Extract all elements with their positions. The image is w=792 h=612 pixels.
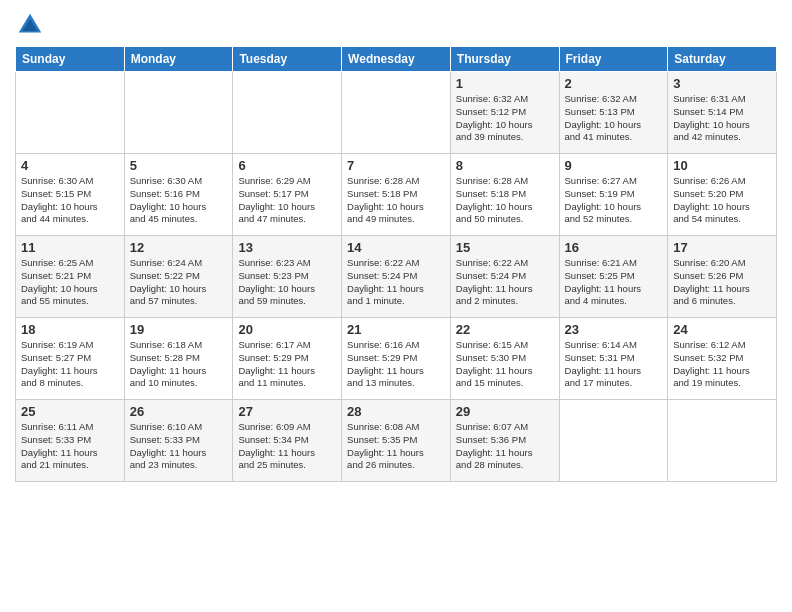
- day-info: Sunrise: 6:28 AM Sunset: 5:18 PM Dayligh…: [456, 175, 554, 226]
- calendar-cell: 13Sunrise: 6:23 AM Sunset: 5:23 PM Dayli…: [233, 236, 342, 318]
- day-info: Sunrise: 6:22 AM Sunset: 5:24 PM Dayligh…: [347, 257, 445, 308]
- day-info: Sunrise: 6:17 AM Sunset: 5:29 PM Dayligh…: [238, 339, 336, 390]
- calendar-cell: 17Sunrise: 6:20 AM Sunset: 5:26 PM Dayli…: [668, 236, 777, 318]
- calendar-cell: 14Sunrise: 6:22 AM Sunset: 5:24 PM Dayli…: [342, 236, 451, 318]
- day-number: 25: [21, 404, 119, 419]
- day-number: 2: [565, 76, 663, 91]
- day-number: 13: [238, 240, 336, 255]
- day-info: Sunrise: 6:18 AM Sunset: 5:28 PM Dayligh…: [130, 339, 228, 390]
- logo: [15, 10, 49, 40]
- col-header-wednesday: Wednesday: [342, 47, 451, 72]
- day-number: 5: [130, 158, 228, 173]
- day-number: 11: [21, 240, 119, 255]
- calendar-cell: 7Sunrise: 6:28 AM Sunset: 5:18 PM Daylig…: [342, 154, 451, 236]
- calendar-cell: 16Sunrise: 6:21 AM Sunset: 5:25 PM Dayli…: [559, 236, 668, 318]
- calendar-cell: 10Sunrise: 6:26 AM Sunset: 5:20 PM Dayli…: [668, 154, 777, 236]
- calendar-cell: 19Sunrise: 6:18 AM Sunset: 5:28 PM Dayli…: [124, 318, 233, 400]
- calendar-cell: [233, 72, 342, 154]
- day-number: 16: [565, 240, 663, 255]
- day-info: Sunrise: 6:24 AM Sunset: 5:22 PM Dayligh…: [130, 257, 228, 308]
- day-info: Sunrise: 6:32 AM Sunset: 5:13 PM Dayligh…: [565, 93, 663, 144]
- calendar-cell: 6Sunrise: 6:29 AM Sunset: 5:17 PM Daylig…: [233, 154, 342, 236]
- day-info: Sunrise: 6:31 AM Sunset: 5:14 PM Dayligh…: [673, 93, 771, 144]
- day-info: Sunrise: 6:25 AM Sunset: 5:21 PM Dayligh…: [21, 257, 119, 308]
- calendar-body: 1Sunrise: 6:32 AM Sunset: 5:12 PM Daylig…: [16, 72, 777, 482]
- calendar-cell: [124, 72, 233, 154]
- calendar-cell: 24Sunrise: 6:12 AM Sunset: 5:32 PM Dayli…: [668, 318, 777, 400]
- day-number: 22: [456, 322, 554, 337]
- day-info: Sunrise: 6:21 AM Sunset: 5:25 PM Dayligh…: [565, 257, 663, 308]
- calendar-page: SundayMondayTuesdayWednesdayThursdayFrid…: [0, 0, 792, 612]
- day-number: 29: [456, 404, 554, 419]
- day-number: 1: [456, 76, 554, 91]
- calendar-cell: [16, 72, 125, 154]
- day-info: Sunrise: 6:20 AM Sunset: 5:26 PM Dayligh…: [673, 257, 771, 308]
- calendar-cell: 9Sunrise: 6:27 AM Sunset: 5:19 PM Daylig…: [559, 154, 668, 236]
- calendar-week-3: 18Sunrise: 6:19 AM Sunset: 5:27 PM Dayli…: [16, 318, 777, 400]
- calendar-cell: 12Sunrise: 6:24 AM Sunset: 5:22 PM Dayli…: [124, 236, 233, 318]
- calendar-cell: 11Sunrise: 6:25 AM Sunset: 5:21 PM Dayli…: [16, 236, 125, 318]
- day-number: 8: [456, 158, 554, 173]
- calendar-cell: 20Sunrise: 6:17 AM Sunset: 5:29 PM Dayli…: [233, 318, 342, 400]
- calendar-table: SundayMondayTuesdayWednesdayThursdayFrid…: [15, 46, 777, 482]
- day-info: Sunrise: 6:11 AM Sunset: 5:33 PM Dayligh…: [21, 421, 119, 472]
- day-info: Sunrise: 6:32 AM Sunset: 5:12 PM Dayligh…: [456, 93, 554, 144]
- calendar-cell: 3Sunrise: 6:31 AM Sunset: 5:14 PM Daylig…: [668, 72, 777, 154]
- day-info: Sunrise: 6:27 AM Sunset: 5:19 PM Dayligh…: [565, 175, 663, 226]
- day-info: Sunrise: 6:10 AM Sunset: 5:33 PM Dayligh…: [130, 421, 228, 472]
- day-number: 6: [238, 158, 336, 173]
- day-number: 3: [673, 76, 771, 91]
- day-number: 10: [673, 158, 771, 173]
- calendar-week-2: 11Sunrise: 6:25 AM Sunset: 5:21 PM Dayli…: [16, 236, 777, 318]
- calendar-cell: 15Sunrise: 6:22 AM Sunset: 5:24 PM Dayli…: [450, 236, 559, 318]
- day-info: Sunrise: 6:28 AM Sunset: 5:18 PM Dayligh…: [347, 175, 445, 226]
- day-info: Sunrise: 6:30 AM Sunset: 5:15 PM Dayligh…: [21, 175, 119, 226]
- calendar-cell: 28Sunrise: 6:08 AM Sunset: 5:35 PM Dayli…: [342, 400, 451, 482]
- day-info: Sunrise: 6:30 AM Sunset: 5:16 PM Dayligh…: [130, 175, 228, 226]
- calendar-cell: 8Sunrise: 6:28 AM Sunset: 5:18 PM Daylig…: [450, 154, 559, 236]
- calendar-cell: [668, 400, 777, 482]
- day-number: 20: [238, 322, 336, 337]
- day-number: 14: [347, 240, 445, 255]
- day-number: 23: [565, 322, 663, 337]
- col-header-monday: Monday: [124, 47, 233, 72]
- calendar-cell: 25Sunrise: 6:11 AM Sunset: 5:33 PM Dayli…: [16, 400, 125, 482]
- calendar-week-0: 1Sunrise: 6:32 AM Sunset: 5:12 PM Daylig…: [16, 72, 777, 154]
- day-number: 26: [130, 404, 228, 419]
- day-number: 17: [673, 240, 771, 255]
- day-info: Sunrise: 6:23 AM Sunset: 5:23 PM Dayligh…: [238, 257, 336, 308]
- calendar-cell: [559, 400, 668, 482]
- calendar-cell: 18Sunrise: 6:19 AM Sunset: 5:27 PM Dayli…: [16, 318, 125, 400]
- day-info: Sunrise: 6:16 AM Sunset: 5:29 PM Dayligh…: [347, 339, 445, 390]
- calendar-header: SundayMondayTuesdayWednesdayThursdayFrid…: [16, 47, 777, 72]
- calendar-cell: 23Sunrise: 6:14 AM Sunset: 5:31 PM Dayli…: [559, 318, 668, 400]
- day-info: Sunrise: 6:26 AM Sunset: 5:20 PM Dayligh…: [673, 175, 771, 226]
- day-number: 27: [238, 404, 336, 419]
- calendar-cell: 27Sunrise: 6:09 AM Sunset: 5:34 PM Dayli…: [233, 400, 342, 482]
- day-number: 9: [565, 158, 663, 173]
- col-header-tuesday: Tuesday: [233, 47, 342, 72]
- calendar-cell: 2Sunrise: 6:32 AM Sunset: 5:13 PM Daylig…: [559, 72, 668, 154]
- calendar-cell: 26Sunrise: 6:10 AM Sunset: 5:33 PM Dayli…: [124, 400, 233, 482]
- day-info: Sunrise: 6:19 AM Sunset: 5:27 PM Dayligh…: [21, 339, 119, 390]
- day-info: Sunrise: 6:22 AM Sunset: 5:24 PM Dayligh…: [456, 257, 554, 308]
- day-number: 21: [347, 322, 445, 337]
- calendar-cell: 21Sunrise: 6:16 AM Sunset: 5:29 PM Dayli…: [342, 318, 451, 400]
- day-info: Sunrise: 6:12 AM Sunset: 5:32 PM Dayligh…: [673, 339, 771, 390]
- day-number: 15: [456, 240, 554, 255]
- col-header-friday: Friday: [559, 47, 668, 72]
- calendar-cell: [342, 72, 451, 154]
- col-header-sunday: Sunday: [16, 47, 125, 72]
- day-info: Sunrise: 6:07 AM Sunset: 5:36 PM Dayligh…: [456, 421, 554, 472]
- day-number: 18: [21, 322, 119, 337]
- calendar-cell: 1Sunrise: 6:32 AM Sunset: 5:12 PM Daylig…: [450, 72, 559, 154]
- col-header-saturday: Saturday: [668, 47, 777, 72]
- day-number: 12: [130, 240, 228, 255]
- logo-icon: [15, 10, 45, 40]
- day-info: Sunrise: 6:08 AM Sunset: 5:35 PM Dayligh…: [347, 421, 445, 472]
- day-info: Sunrise: 6:15 AM Sunset: 5:30 PM Dayligh…: [456, 339, 554, 390]
- calendar-week-4: 25Sunrise: 6:11 AM Sunset: 5:33 PM Dayli…: [16, 400, 777, 482]
- day-number: 7: [347, 158, 445, 173]
- calendar-cell: 29Sunrise: 6:07 AM Sunset: 5:36 PM Dayli…: [450, 400, 559, 482]
- day-number: 4: [21, 158, 119, 173]
